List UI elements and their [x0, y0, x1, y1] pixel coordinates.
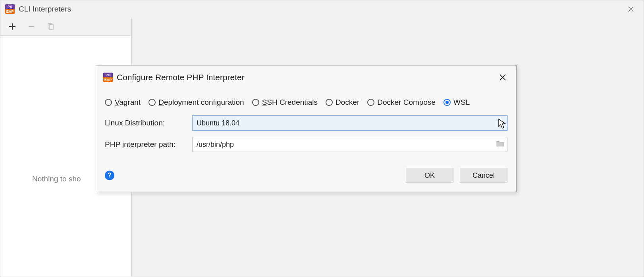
radio-wsl[interactable]: WSL [443, 98, 470, 107]
php-interpreter-path-input[interactable] [192, 137, 507, 152]
radio-label: Docker [335, 98, 359, 107]
browse-button[interactable] [496, 140, 504, 149]
radio-label: Docker Compose [377, 98, 436, 107]
cli-interpreters-window: PSEAP CLI Interpreters Add Remove [0, 0, 644, 277]
plus-icon [9, 23, 16, 30]
php-interpreter-path-label: PHP interpreter path: [105, 140, 192, 149]
radio-icon [148, 99, 156, 106]
radio-icon [326, 99, 333, 106]
radio-icon [443, 99, 451, 106]
empty-list-label: Nothing to sho [32, 175, 81, 183]
help-icon: ? [108, 172, 112, 179]
radio-label: Vagrant [115, 98, 141, 107]
radio-label: WSL [453, 98, 470, 107]
close-icon [628, 6, 634, 12]
linux-distribution-row: Linux Distribution: Ubuntu 18.04 [105, 115, 507, 131]
minus-icon [28, 23, 35, 30]
sidebar-toolbar: Add Remove Copy [0, 18, 131, 36]
php-interpreter-path-row: PHP interpreter path: [105, 137, 507, 152]
linux-distribution-combobox[interactable]: Ubuntu 18.04 [192, 115, 507, 131]
modal-footer: ? OK Cancel [105, 168, 507, 183]
modal-close-button[interactable] [496, 71, 509, 84]
phpstorm-eap-icon: PSEAP [103, 73, 113, 82]
remove-interpreter-button[interactable]: Remove [27, 22, 36, 31]
modal-titlebar: PSEAP Configure Remote PHP Interpreter [96, 65, 516, 87]
phpstorm-eap-icon: PSEAP [5, 4, 15, 14]
radio-deployment-configuration[interactable]: Deployment configuration [148, 98, 244, 107]
modal-title: Configure Remote PHP Interpreter [117, 73, 245, 82]
cancel-button[interactable]: Cancel [460, 168, 507, 183]
copy-icon [47, 23, 54, 30]
radio-label: Deployment configuration [158, 98, 244, 107]
copy-interpreter-button[interactable]: Copy [46, 22, 55, 31]
parent-close-button[interactable] [623, 1, 639, 17]
radio-label: SSH Credentials [262, 98, 318, 107]
radio-vagrant[interactable]: Vagrant [105, 98, 141, 107]
modal-body: Vagrant Deployment configuration SSH Cre… [96, 87, 516, 192]
interpreter-type-radio-group: Vagrant Deployment configuration SSH Cre… [105, 98, 507, 107]
add-interpreter-button[interactable]: Add [8, 22, 17, 31]
close-icon [499, 74, 506, 81]
radio-docker-compose[interactable]: Docker Compose [367, 98, 436, 107]
remote-interpreter-dialog: PSEAP Configure Remote PHP Interpreter V… [96, 65, 517, 192]
help-button[interactable]: ? [105, 171, 114, 180]
radio-icon [367, 99, 374, 106]
folder-icon [496, 140, 504, 147]
ok-button[interactable]: OK [406, 168, 453, 183]
svg-rect-1 [49, 25, 53, 29]
radio-ssh-credentials[interactable]: SSH Credentials [252, 98, 318, 107]
parent-titlebar: PSEAP CLI Interpreters [0, 0, 644, 18]
radio-icon [252, 99, 259, 106]
radio-icon [105, 99, 112, 106]
parent-title: CLI Interpreters [19, 5, 71, 13]
linux-distribution-label: Linux Distribution: [105, 119, 192, 127]
radio-docker[interactable]: Docker [326, 98, 359, 107]
linux-distribution-value: Ubuntu 18.04 [197, 119, 239, 127]
